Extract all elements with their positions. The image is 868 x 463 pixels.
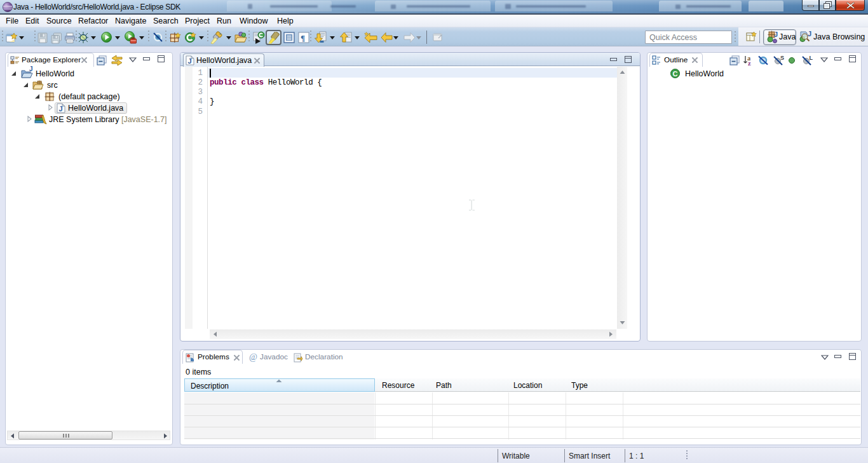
- svg-text:J: J: [808, 31, 811, 38]
- svg-text:J: J: [774, 31, 778, 38]
- svg-text:S: S: [780, 55, 784, 61]
- svg-text:J: J: [59, 105, 63, 113]
- svg-text:J: J: [29, 66, 33, 73]
- svg-text:J: J: [188, 57, 192, 65]
- svg-text:L: L: [810, 55, 813, 61]
- svg-text:¶: ¶: [301, 33, 305, 43]
- svg-text:C: C: [673, 70, 678, 78]
- svg-text:z: z: [748, 60, 751, 66]
